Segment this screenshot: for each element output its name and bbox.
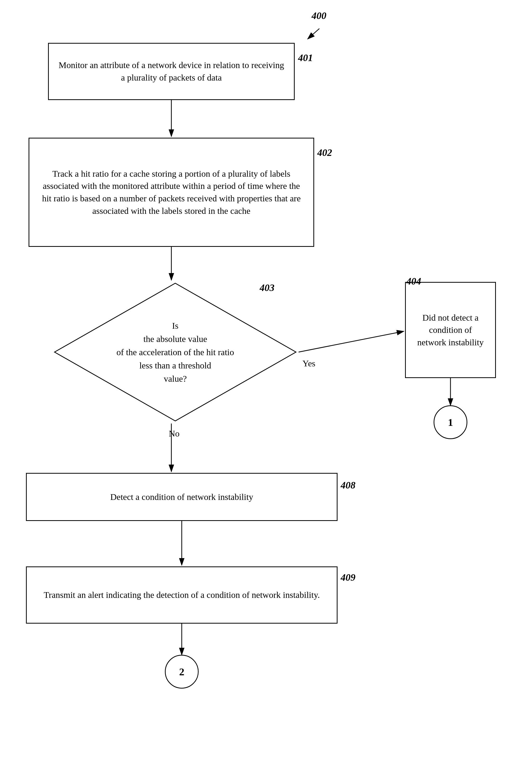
diamond-line5: value? [164,374,187,383]
box-404: Did not detect a condition of network in… [405,282,496,378]
ref-401-label: 401 [298,52,313,63]
box-408-text: Detect a condition of network instabilit… [110,491,253,503]
box-402-text: Track a hit ratio for a cache storing a … [37,168,306,217]
ref-404-label: 404 [406,275,421,287]
box-409-text: Transmit an alert indicating the detecti… [44,589,320,601]
yes-label: Yes [302,358,315,368]
diamond-403-text: Is the absolute value of the acceleratio… [113,319,238,385]
diamond-line4: less than a threshold [139,360,211,370]
connector-2: 2 [165,655,199,689]
ref-402-label: 402 [317,147,332,158]
ref-400-label: 400 [312,10,326,21]
connector-1-text: 1 [448,416,453,429]
svg-line-4 [299,331,404,352]
diamond-line1: Is [172,321,179,330]
diamond-403: Is the absolute value of the acceleratio… [52,280,299,424]
box-408: Detect a condition of network instabilit… [26,473,338,521]
svg-line-1 [308,29,319,39]
box-401: Monitor an attribute of a network device… [48,43,295,100]
diamond-line2: the absolute value [143,334,207,344]
ref-403-label: 403 [260,282,274,293]
box-402: Track a hit ratio for a cache storing a … [29,138,314,247]
box-404-text: Did not detect a condition of network in… [414,311,487,349]
box-409: Transmit an alert indicating the detecti… [26,567,338,624]
diamond-line3: of the acceleration of the hit ratio [116,347,234,357]
no-label: No [169,429,180,439]
box-401-text: Monitor an attribute of a network device… [57,59,286,84]
ref-409-label: 409 [341,572,355,583]
connector-1: 1 [434,405,467,439]
ref-408-label: 408 [341,480,355,491]
diagram-container: 400 Monitor an attribute of a network de… [0,0,532,773]
connector-2-text: 2 [179,666,184,678]
